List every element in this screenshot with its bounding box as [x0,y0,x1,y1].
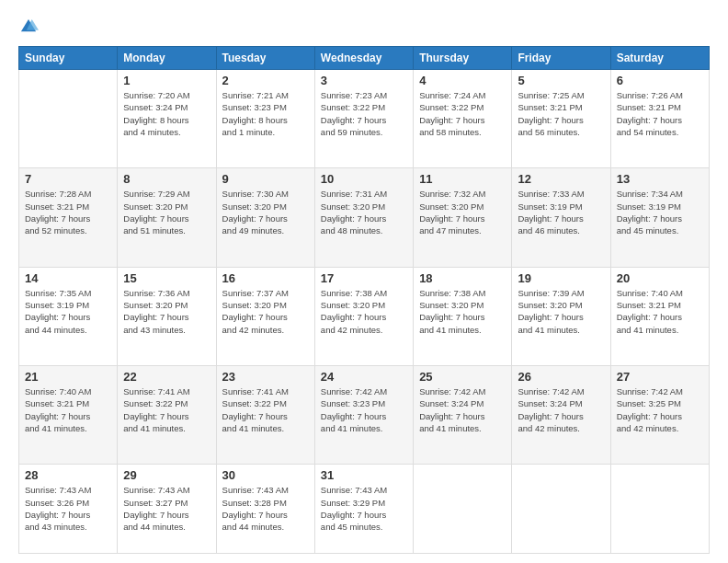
calendar-cell: 17Sunrise: 7:38 AM Sunset: 3:20 PM Dayli… [314,267,413,365]
day-number: 22 [123,370,210,384]
day-info: Sunrise: 7:31 AM Sunset: 3:20 PM Dayligh… [321,188,407,236]
day-info: Sunrise: 7:25 AM Sunset: 3:21 PM Dayligh… [518,89,604,138]
day-number: 5 [518,74,604,87]
calendar-cell: 29Sunrise: 7:43 AM Sunset: 3:27 PM Dayli… [118,465,216,554]
day-number: 14 [25,271,111,285]
day-info: Sunrise: 7:43 AM Sunset: 3:27 PM Dayligh… [123,484,210,533]
logo [18,17,42,37]
calendar-cell: 19Sunrise: 7:39 AM Sunset: 3:20 PM Dayli… [512,267,610,365]
calendar-cell: 21Sunrise: 7:40 AM Sunset: 3:21 PM Dayli… [19,366,118,465]
day-info: Sunrise: 7:29 AM Sunset: 3:20 PM Dayligh… [123,188,210,236]
calendar-cell: 9Sunrise: 7:30 AM Sunset: 3:20 PM Daylig… [216,168,314,267]
day-info: Sunrise: 7:40 AM Sunset: 3:21 PM Dayligh… [25,385,111,434]
day-number: 29 [123,468,210,482]
calendar-cell: 8Sunrise: 7:29 AM Sunset: 3:20 PM Daylig… [118,168,216,267]
calendar-header-monday: Monday [118,47,216,70]
day-info: Sunrise: 7:37 AM Sunset: 3:20 PM Dayligh… [222,287,309,336]
day-info: Sunrise: 7:43 AM Sunset: 3:26 PM Dayligh… [25,484,111,533]
logo-icon [18,17,39,37]
calendar-cell: 12Sunrise: 7:33 AM Sunset: 3:19 PM Dayli… [512,168,610,267]
day-number: 16 [222,271,309,285]
day-info: Sunrise: 7:42 AM Sunset: 3:25 PM Dayligh… [617,385,703,434]
day-number: 30 [222,468,309,482]
day-info: Sunrise: 7:41 AM Sunset: 3:22 PM Dayligh… [123,385,210,434]
calendar-cell: 6Sunrise: 7:26 AM Sunset: 3:21 PM Daylig… [610,70,709,168]
day-info: Sunrise: 7:43 AM Sunset: 3:29 PM Dayligh… [321,484,407,533]
page-header [18,17,710,37]
calendar-header-thursday: Thursday [414,47,512,70]
day-number: 24 [321,370,407,384]
day-number: 9 [222,172,309,186]
calendar-cell: 11Sunrise: 7:32 AM Sunset: 3:20 PM Dayli… [414,168,512,267]
calendar-cell: 14Sunrise: 7:35 AM Sunset: 3:19 PM Dayli… [19,267,118,365]
day-number: 11 [419,172,506,186]
calendar-cell: 15Sunrise: 7:36 AM Sunset: 3:20 PM Dayli… [118,267,216,365]
day-info: Sunrise: 7:34 AM Sunset: 3:19 PM Dayligh… [617,188,703,236]
calendar-cell: 31Sunrise: 7:43 AM Sunset: 3:29 PM Dayli… [314,465,413,554]
calendar-header-sunday: Sunday [19,47,118,70]
day-number: 1 [123,74,210,87]
day-info: Sunrise: 7:32 AM Sunset: 3:20 PM Dayligh… [419,188,506,236]
calendar-cell: 20Sunrise: 7:40 AM Sunset: 3:21 PM Dayli… [610,267,709,365]
calendar-cell: 26Sunrise: 7:42 AM Sunset: 3:24 PM Dayli… [512,366,610,465]
day-number: 10 [321,172,407,186]
calendar-cell: 4Sunrise: 7:24 AM Sunset: 3:22 PM Daylig… [414,70,512,168]
calendar-cell [610,465,709,554]
day-number: 3 [321,74,407,87]
day-number: 27 [617,370,703,384]
day-number: 8 [123,172,210,186]
calendar-cell: 3Sunrise: 7:23 AM Sunset: 3:22 PM Daylig… [314,70,413,168]
day-info: Sunrise: 7:41 AM Sunset: 3:22 PM Dayligh… [222,385,309,434]
calendar-header-saturday: Saturday [610,47,709,70]
day-number: 12 [518,172,604,186]
day-number: 4 [419,74,506,87]
day-number: 17 [321,271,407,285]
calendar-cell [414,465,512,554]
calendar-cell: 30Sunrise: 7:43 AM Sunset: 3:28 PM Dayli… [216,465,314,554]
calendar-cell: 2Sunrise: 7:21 AM Sunset: 3:23 PM Daylig… [216,70,314,168]
day-info: Sunrise: 7:42 AM Sunset: 3:23 PM Dayligh… [321,385,407,434]
day-number: 19 [518,271,604,285]
calendar-header-tuesday: Tuesday [216,47,314,70]
day-number: 13 [617,172,703,186]
day-info: Sunrise: 7:42 AM Sunset: 3:24 PM Dayligh… [518,385,604,434]
day-info: Sunrise: 7:42 AM Sunset: 3:24 PM Dayligh… [419,385,506,434]
calendar-cell: 27Sunrise: 7:42 AM Sunset: 3:25 PM Dayli… [610,366,709,465]
calendar-header-friday: Friday [512,47,610,70]
day-info: Sunrise: 7:39 AM Sunset: 3:20 PM Dayligh… [518,287,604,336]
day-number: 25 [419,370,506,384]
day-info: Sunrise: 7:23 AM Sunset: 3:22 PM Dayligh… [321,89,407,138]
day-info: Sunrise: 7:38 AM Sunset: 3:20 PM Dayligh… [419,287,506,336]
day-info: Sunrise: 7:38 AM Sunset: 3:20 PM Dayligh… [321,287,407,336]
calendar-cell: 10Sunrise: 7:31 AM Sunset: 3:20 PM Dayli… [314,168,413,267]
day-number: 7 [25,172,111,186]
day-number: 26 [518,370,604,384]
calendar-table: SundayMondayTuesdayWednesdayThursdayFrid… [18,46,710,554]
day-number: 15 [123,271,210,285]
day-info: Sunrise: 7:33 AM Sunset: 3:19 PM Dayligh… [518,188,604,236]
day-info: Sunrise: 7:20 AM Sunset: 3:24 PM Dayligh… [123,89,210,138]
calendar-cell: 23Sunrise: 7:41 AM Sunset: 3:22 PM Dayli… [216,366,314,465]
calendar-cell: 28Sunrise: 7:43 AM Sunset: 3:26 PM Dayli… [19,465,118,554]
day-number: 6 [617,74,703,87]
day-info: Sunrise: 7:40 AM Sunset: 3:21 PM Dayligh… [617,287,703,336]
calendar-cell: 5Sunrise: 7:25 AM Sunset: 3:21 PM Daylig… [512,70,610,168]
calendar-cell: 24Sunrise: 7:42 AM Sunset: 3:23 PM Dayli… [314,366,413,465]
day-info: Sunrise: 7:35 AM Sunset: 3:19 PM Dayligh… [25,287,111,336]
day-info: Sunrise: 7:26 AM Sunset: 3:21 PM Dayligh… [617,89,703,138]
day-info: Sunrise: 7:30 AM Sunset: 3:20 PM Dayligh… [222,188,309,236]
day-info: Sunrise: 7:21 AM Sunset: 3:23 PM Dayligh… [222,89,309,138]
day-number: 18 [419,271,506,285]
calendar-cell: 22Sunrise: 7:41 AM Sunset: 3:22 PM Dayli… [118,366,216,465]
day-number: 28 [25,468,111,482]
calendar-cell: 18Sunrise: 7:38 AM Sunset: 3:20 PM Dayli… [414,267,512,365]
calendar-cell: 13Sunrise: 7:34 AM Sunset: 3:19 PM Dayli… [610,168,709,267]
day-number: 21 [25,370,111,384]
day-number: 23 [222,370,309,384]
day-number: 2 [222,74,309,87]
day-info: Sunrise: 7:36 AM Sunset: 3:20 PM Dayligh… [123,287,210,336]
calendar-header-wednesday: Wednesday [314,47,413,70]
calendar-cell [512,465,610,554]
day-info: Sunrise: 7:43 AM Sunset: 3:28 PM Dayligh… [222,484,309,533]
day-info: Sunrise: 7:24 AM Sunset: 3:22 PM Dayligh… [419,89,506,138]
